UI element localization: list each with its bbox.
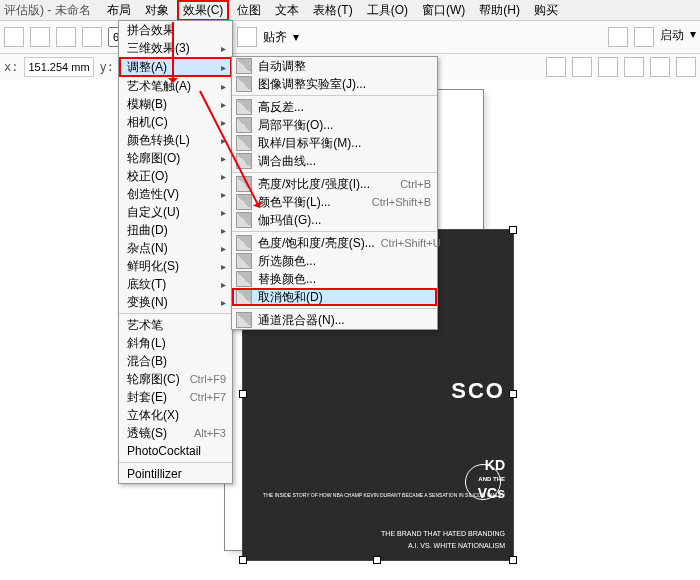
adjust-menu-item[interactable]: 局部平衡(O)...	[232, 116, 437, 134]
menu-item-icon	[236, 99, 252, 115]
selection-handle[interactable]	[509, 226, 517, 234]
adjust-menu-item[interactable]: 伽玛值(G)...	[232, 211, 437, 229]
trace-icon[interactable]	[598, 57, 618, 77]
add-icon[interactable]	[676, 57, 696, 77]
menu-item-icon	[236, 212, 252, 228]
toolbar-main: 62% 贴齐▾ 启动▾	[0, 21, 700, 54]
effects-menu-item[interactable]: 立体化(X)	[119, 406, 232, 424]
effects-menu-item[interactable]: Pointillizer	[119, 465, 232, 483]
menu-window[interactable]: 窗口(W)	[416, 0, 471, 21]
adjust-menu-item[interactable]: 亮度/对比度/强度(I)...Ctrl+B	[232, 175, 437, 193]
magazine-seal-icon	[465, 464, 501, 500]
effects-menu-item[interactable]: 艺术笔	[119, 316, 232, 334]
window-title: 评估版) - 未命名	[4, 2, 99, 19]
effects-menu-item[interactable]: 自定义(U)	[119, 203, 232, 221]
menu-object[interactable]: 对象	[139, 0, 175, 21]
frame-icon[interactable]	[572, 57, 592, 77]
effects-menu-item[interactable]: 杂点(N)	[119, 239, 232, 257]
effects-menu-item[interactable]: 斜角(L)	[119, 334, 232, 352]
selection-handle[interactable]	[509, 390, 517, 398]
menu-item-icon	[236, 271, 252, 287]
tool-icon[interactable]	[30, 27, 50, 47]
selection-handle[interactable]	[509, 556, 517, 564]
selection-handle[interactable]	[239, 556, 247, 564]
effects-menu-item[interactable]: 鲜明化(S)	[119, 257, 232, 275]
paste-icon[interactable]	[82, 27, 102, 47]
menu-text[interactable]: 文本	[269, 0, 305, 21]
adjust-menu-item[interactable]: 所选颜色...	[232, 252, 437, 270]
magazine-masthead: SCO	[451, 378, 505, 404]
adjust-menu-item[interactable]: 自动调整	[232, 57, 437, 75]
menu-item-icon	[236, 253, 252, 269]
effects-menu-item[interactable]: 轮廓图(O)	[119, 149, 232, 167]
menu-table[interactable]: 表格(T)	[307, 0, 358, 21]
effects-menu-item[interactable]: PhotoCocktail	[119, 442, 232, 460]
search-icon[interactable]	[608, 27, 628, 47]
eye-icon[interactable]	[237, 27, 257, 47]
adjust-submenu: 自动调整图像调整实验室(J)...高反差...局部平衡(O)...取样/目标平衡…	[231, 56, 438, 330]
x-coord-field[interactable]: 151.254 mm	[24, 57, 93, 77]
menu-item-icon	[236, 312, 252, 328]
selection-handle[interactable]	[373, 556, 381, 564]
adjust-menu-item[interactable]: 通道混合器(N)...	[232, 311, 437, 329]
menu-tools[interactable]: 工具(O)	[361, 0, 414, 21]
effects-menu-item[interactable]: 颜色转换(L)	[119, 131, 232, 149]
menu-effects[interactable]: 效果(C)	[177, 0, 230, 21]
adjust-menu-item[interactable]: 调合曲线...	[232, 152, 437, 170]
menu-buy[interactable]: 购买	[528, 0, 564, 21]
effects-menu-dropdown: 拼合效果三维效果(3)调整(A)艺术笔触(A)模糊(B)相机(C)颜色转换(L)…	[118, 20, 233, 484]
tool-icon[interactable]	[4, 27, 24, 47]
effects-menu-item[interactable]: 透镜(S)Alt+F3	[119, 424, 232, 442]
adjust-menu-item[interactable]: 取样/目标平衡(M)...	[232, 134, 437, 152]
effects-menu-item[interactable]: 变换(N)	[119, 293, 232, 311]
menu-help[interactable]: 帮助(H)	[473, 0, 526, 21]
effects-menu-item[interactable]: 轮廓图(C)Ctrl+F9	[119, 370, 232, 388]
adjust-menu-item[interactable]: 色度/饱和度/亮度(S)...Ctrl+Shift+U	[232, 234, 437, 252]
magazine-footer: THE BRAND THAT HATED BRANDING A.I. VS. W…	[381, 530, 505, 550]
selection-handle[interactable]	[239, 390, 247, 398]
effects-menu-item[interactable]: 创造性(V)	[119, 185, 232, 203]
menu-item-icon	[236, 58, 252, 74]
menu-item-icon	[236, 135, 252, 151]
annotation-arrow	[172, 22, 174, 82]
layers-icon[interactable]	[624, 57, 644, 77]
adjust-menu-item[interactable]: 取消饱和(D)	[232, 288, 437, 306]
menu-bitmap[interactable]: 位图	[231, 0, 267, 21]
effects-menu-item[interactable]: 三维效果(3)	[119, 39, 232, 57]
snap-dropdown[interactable]: 贴齐	[263, 29, 287, 46]
menubar: 评估版) - 未命名 布局 对象 效果(C) 位图 文本 表格(T) 工具(O)…	[0, 0, 700, 21]
adjust-menu-item[interactable]: 高反差...	[232, 98, 437, 116]
menu-item-icon	[236, 194, 252, 210]
effects-menu-item[interactable]: 扭曲(D)	[119, 221, 232, 239]
adjust-menu-item[interactable]: 替换颜色...	[232, 270, 437, 288]
menu-item-icon	[236, 235, 252, 251]
transparency-icon[interactable]	[650, 57, 670, 77]
crop-icon[interactable]	[546, 57, 566, 77]
effects-menu-item[interactable]: 混合(B)	[119, 352, 232, 370]
effects-menu-item[interactable]: 调整(A)	[119, 57, 232, 77]
effects-menu-item[interactable]: 封套(E)Ctrl+F7	[119, 388, 232, 406]
options-icon[interactable]	[634, 27, 654, 47]
menu-item-icon	[236, 117, 252, 133]
effects-menu-item[interactable]: 拼合效果	[119, 21, 232, 39]
menu-item-icon	[236, 76, 252, 92]
effects-menu-item[interactable]: 校正(O)	[119, 167, 232, 185]
menu-item-icon	[236, 289, 252, 305]
menu-layout[interactable]: 布局	[101, 0, 137, 21]
effects-menu-item[interactable]: 底纹(T)	[119, 275, 232, 293]
effects-menu-item[interactable]: 模糊(B)	[119, 95, 232, 113]
copy-icon[interactable]	[56, 27, 76, 47]
launch-dropdown[interactable]: 启动	[660, 27, 684, 47]
adjust-menu-item[interactable]: 图像调整实验室(J)...	[232, 75, 437, 93]
